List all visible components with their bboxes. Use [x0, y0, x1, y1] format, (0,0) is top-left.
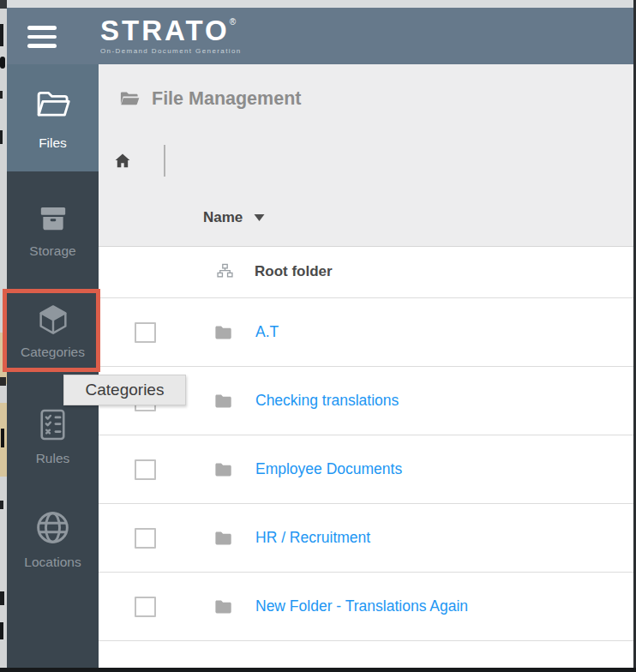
page-title-row: File Management [118, 87, 301, 111]
sidebar-item-storage[interactable]: Storage [7, 189, 99, 271]
sidebar-item-label: Rules [36, 451, 70, 466]
cube-icon [35, 302, 71, 338]
sidebar-nav: Files Storage Categories [7, 64, 99, 668]
folder-icon [213, 529, 233, 548]
sitemap-icon [215, 261, 235, 281]
name-column-label: Name [203, 209, 243, 226]
open-folder-icon [33, 85, 73, 124]
background-artifact [0, 591, 4, 605]
sidebar-item-label: Files [39, 135, 67, 151]
folder-icon [213, 323, 233, 342]
open-folder-icon [118, 87, 141, 111]
registered-mark: ® [230, 17, 236, 27]
sidebar-item-categories[interactable]: Categories [7, 290, 99, 372]
folder-icon [213, 460, 233, 479]
home-icon[interactable] [112, 151, 133, 171]
row-checkbox[interactable] [135, 322, 156, 343]
background-artifact [0, 57, 5, 69]
folder-link[interactable]: Checking translations [255, 367, 399, 435]
row-checkbox[interactable] [135, 597, 156, 617]
checklist-icon [33, 405, 72, 444]
row-checkbox[interactable] [135, 459, 156, 480]
folder-link[interactable]: Employee Documents [255, 435, 402, 503]
app-header: STRATO® On-Demand Document Generation [7, 8, 633, 64]
background-artifact [0, 622, 3, 639]
screen-bottom-edge [0, 668, 636, 672]
background-artifact [0, 91, 3, 99]
background-strip-top [7, 0, 633, 8]
sidebar-item-label: Storage [29, 243, 75, 259]
folder-link[interactable]: A.T [255, 298, 279, 366]
hamburger-menu-icon[interactable] [27, 26, 57, 48]
page-title: File Management [152, 88, 301, 110]
folder-icon [213, 597, 233, 616]
background-artifact [1, 429, 4, 447]
folder-icon [213, 392, 233, 411]
background-artifact [0, 0, 7, 9]
table-row: New Folder - Translations Again [99, 573, 633, 641]
sidebar-item-rules[interactable]: Rules [7, 394, 99, 477]
logo-text: STRATO [100, 15, 230, 46]
table-row: HR / Recruitment [99, 504, 633, 573]
background-artifact [0, 130, 3, 144]
triangle-down-icon [254, 214, 265, 221]
app-screen: STRATO® On-Demand Document Generation Fi… [0, 0, 636, 672]
background-artifact [0, 24, 3, 46]
table-row: Employee Documents [99, 435, 633, 504]
row-checkbox[interactable] [135, 528, 156, 549]
sidebar-item-label: Categories [21, 345, 85, 360]
breadcrumb-divider [164, 145, 165, 177]
background-artifact [0, 501, 3, 509]
root-folder-label: Root folder [255, 263, 333, 280]
categories-tooltip: Categories [63, 375, 186, 405]
root-folder-row[interactable]: Root folder [99, 246, 633, 298]
sidebar-item-label: Locations [24, 555, 81, 570]
sidebar-item-files[interactable]: Files [7, 64, 99, 171]
strato-logo: STRATO® On-Demand Document Generation [100, 15, 242, 55]
folder-link[interactable]: New Folder - Translations Again [255, 573, 468, 640]
folder-link[interactable]: HR / Recruitment [255, 504, 370, 572]
background-artifact [0, 333, 7, 384]
sidebar-item-locations[interactable]: Locations [7, 497, 99, 579]
globe-icon [33, 507, 73, 548]
breadcrumb [112, 145, 165, 177]
logo-tagline: On-Demand Document Generation [100, 47, 242, 55]
content-header-panel: File Management Name [99, 64, 633, 246]
background-artifact [0, 377, 6, 386]
tooltip-label: Categories [86, 381, 165, 399]
table-row: A.T [99, 298, 633, 367]
name-column-header[interactable]: Name [203, 209, 265, 226]
background-strip [0, 0, 7, 668]
archive-box-icon [36, 201, 70, 236]
